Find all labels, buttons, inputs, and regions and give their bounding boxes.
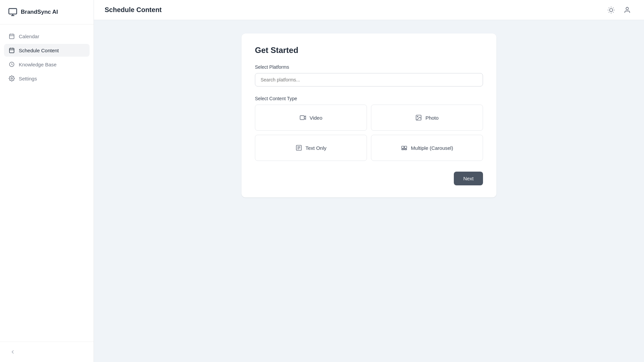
sidebar-item-knowledge-label: Knowledge Base bbox=[19, 62, 57, 67]
content-type-grid: Video Photo bbox=[255, 105, 483, 161]
logo-icon bbox=[8, 7, 17, 17]
content-type-photo-label: Photo bbox=[425, 115, 438, 121]
sidebar-logo: BrandSync AI bbox=[0, 0, 94, 24]
collapse-button[interactable] bbox=[8, 347, 17, 357]
sidebar-item-knowledge-base[interactable]: Knowledge Base bbox=[4, 58, 90, 71]
svg-rect-23 bbox=[402, 146, 404, 148]
platforms-search-wrapper bbox=[255, 73, 483, 86]
svg-line-13 bbox=[613, 7, 613, 8]
content-type-text-only-button[interactable]: Text Only bbox=[255, 135, 367, 161]
svg-rect-15 bbox=[300, 116, 305, 120]
sidebar-item-settings-label: Settings bbox=[19, 76, 37, 81]
content-type-carousel-label: Multiple (Carousel) bbox=[411, 145, 453, 151]
svg-line-8 bbox=[609, 7, 609, 8]
sidebar-item-calendar-label: Calendar bbox=[19, 34, 39, 39]
schedule-icon bbox=[9, 47, 15, 53]
sidebar-item-calendar[interactable]: Calendar bbox=[4, 30, 90, 43]
content-type-carousel-button[interactable]: Multiple (Carousel) bbox=[371, 135, 483, 161]
card-heading: Get Started bbox=[255, 46, 483, 55]
get-started-card: Get Started Select Platforms Select Cont… bbox=[241, 34, 496, 197]
sun-icon bbox=[607, 6, 615, 14]
user-icon bbox=[624, 6, 631, 14]
app-name: BrandSync AI bbox=[21, 9, 58, 15]
svg-rect-24 bbox=[405, 146, 407, 148]
topbar: Schedule Content bbox=[94, 0, 644, 20]
sidebar-nav: Calendar Schedule Content Knowledge Base… bbox=[0, 24, 94, 342]
svg-line-12 bbox=[609, 12, 609, 12]
knowledge-base-icon bbox=[9, 61, 15, 67]
theme-toggle-button[interactable] bbox=[605, 4, 617, 16]
platforms-search-input[interactable] bbox=[255, 73, 483, 86]
photo-icon bbox=[415, 114, 422, 121]
video-icon bbox=[300, 114, 306, 121]
content-type-text-only-label: Text Only bbox=[306, 145, 327, 151]
svg-rect-0 bbox=[9, 9, 16, 14]
sidebar-item-schedule-label: Schedule Content bbox=[19, 48, 59, 53]
svg-point-4 bbox=[11, 78, 13, 79]
content-type-photo-button[interactable]: Photo bbox=[371, 105, 483, 131]
page-title: Schedule Content bbox=[105, 6, 162, 14]
main-content: Get Started Select Platforms Select Cont… bbox=[94, 20, 644, 362]
platforms-label: Select Platforms bbox=[255, 64, 483, 70]
svg-point-14 bbox=[626, 7, 628, 9]
chevron-left-icon bbox=[10, 349, 16, 355]
text-only-icon bbox=[296, 144, 302, 151]
svg-rect-26 bbox=[405, 149, 407, 150]
calendar-icon bbox=[9, 33, 15, 39]
sidebar: BrandSync AI Calendar Schedule Content K… bbox=[0, 0, 94, 362]
svg-rect-1 bbox=[9, 34, 14, 39]
content-type-video-label: Video bbox=[310, 115, 322, 121]
svg-rect-25 bbox=[402, 149, 404, 150]
carousel-icon bbox=[401, 144, 408, 151]
card-footer: Next bbox=[255, 172, 483, 185]
sidebar-item-settings[interactable]: Settings bbox=[4, 72, 90, 85]
next-button[interactable]: Next bbox=[454, 172, 483, 185]
content-type-label: Select Content Type bbox=[255, 96, 483, 101]
sidebar-item-schedule-content[interactable]: Schedule Content bbox=[4, 44, 90, 57]
main: Schedule Content bbox=[94, 0, 644, 362]
content-type-video-button[interactable]: Video bbox=[255, 105, 367, 131]
svg-point-18 bbox=[417, 116, 418, 117]
settings-icon bbox=[9, 75, 15, 81]
svg-marker-16 bbox=[304, 116, 306, 119]
svg-line-9 bbox=[613, 12, 613, 12]
svg-point-5 bbox=[609, 8, 612, 11]
sidebar-bottom bbox=[0, 342, 94, 362]
topbar-actions bbox=[605, 4, 633, 16]
user-account-button[interactable] bbox=[621, 4, 633, 16]
